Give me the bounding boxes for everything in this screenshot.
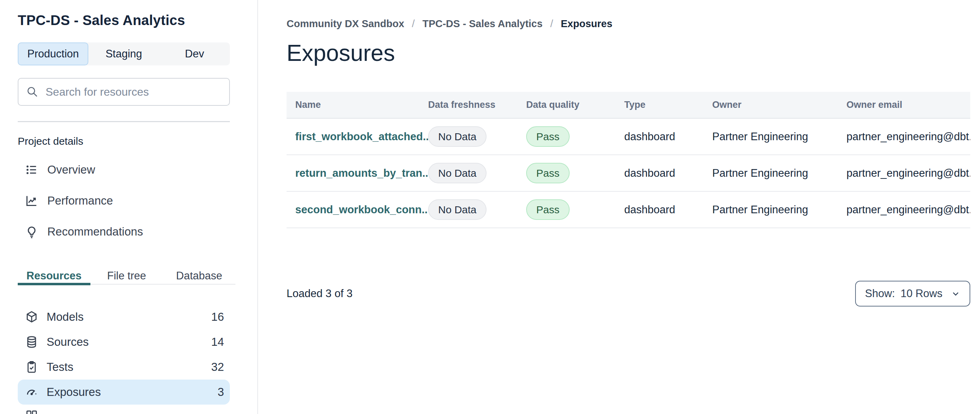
breadcrumb-item-project[interactable]: TPC-DS - Sales Analytics: [423, 18, 542, 30]
sidebar-divider: [18, 121, 230, 122]
exposure-name-link[interactable]: first_workbook_attached...: [295, 131, 428, 143]
column-header-owner: Owner: [712, 99, 846, 110]
project-details-nav: Overview Performance Recommendations: [18, 154, 240, 247]
env-tab-dev[interactable]: Dev: [159, 43, 230, 65]
sidebar-item-label: Overview: [47, 163, 95, 177]
loaded-status: Loaded 3 of 3: [286, 287, 353, 300]
type-cell: dashboard: [624, 204, 712, 216]
tab-database[interactable]: Database: [163, 268, 235, 284]
sidebar-item-label: Models: [46, 310, 83, 323]
table-header-row: Name Data freshness Data quality Type Ow…: [286, 92, 970, 119]
environment-tabs: Production Staging Dev: [18, 43, 230, 65]
sidebar-item-recommendations[interactable]: Recommendations: [18, 216, 240, 247]
quality-cell: Pass: [526, 199, 624, 220]
breadcrumb: Community DX Sandbox / TPC-DS - Sales An…: [286, 18, 970, 30]
breadcrumb-separator: /: [412, 18, 415, 30]
sidebar-item-tests[interactable]: Tests 32: [18, 355, 230, 379]
owner-cell: Partner Engineering: [712, 204, 846, 216]
sidebar-item-overview[interactable]: Overview: [18, 154, 240, 185]
type-cell: dashboard: [624, 131, 712, 143]
show-value: 10 Rows: [900, 287, 942, 300]
resource-list: Models 16 Sources 14: [18, 304, 230, 404]
resource-count: 16: [211, 310, 224, 323]
truncation-ellipsis: ...: [422, 204, 428, 216]
column-header-owner-email: Owner email: [846, 99, 970, 110]
sidebar-item-models[interactable]: Models 16: [18, 304, 230, 330]
rows-per-page-dropdown[interactable]: Show: 10 Rows: [855, 281, 970, 306]
table-row: return_amounts_by_tran... No Data Pass d…: [286, 155, 970, 192]
env-tab-production[interactable]: Production: [18, 43, 88, 65]
quality-cell: Pass: [526, 163, 624, 183]
quality-badge: Pass: [526, 126, 570, 147]
owner-email-cell: partner_engineering@dbt...: [846, 204, 970, 216]
show-label: Show:: [865, 287, 895, 300]
line-chart-icon: [25, 194, 38, 207]
page-title: Exposures: [286, 39, 970, 67]
table-row: first_workbook_attached... No Data Pass …: [286, 119, 970, 155]
sidebar-item-performance[interactable]: Performance: [18, 185, 240, 216]
tab-file-tree[interactable]: File tree: [91, 268, 163, 284]
project-title: TPC-DS - Sales Analytics: [18, 12, 240, 29]
database-icon: [25, 335, 38, 349]
breadcrumb-item-account[interactable]: Community DX Sandbox: [286, 18, 404, 30]
quality-badge: Pass: [526, 199, 570, 220]
freshness-badge: No Data: [428, 199, 487, 220]
column-header-name: Name: [295, 99, 428, 110]
freshness-badge: No Data: [428, 126, 487, 147]
main-content: Community DX Sandbox / TPC-DS - Sales An…: [259, 0, 980, 414]
resource-view-tabs: Resources File tree Database: [18, 268, 235, 285]
sidebar-item-partial[interactable]: [25, 409, 38, 414]
resource-count: 14: [211, 335, 224, 349]
cube-icon: [25, 310, 38, 323]
freshness-cell: No Data: [428, 163, 526, 183]
owner-cell: Partner Engineering: [712, 167, 846, 180]
table-row: second_workbook_conn... No Data Pass das…: [286, 192, 970, 228]
column-header-data-freshness: Data freshness: [428, 99, 526, 110]
quality-badge: Pass: [526, 163, 570, 183]
freshness-badge: No Data: [428, 163, 487, 183]
sidebar-item-exposures[interactable]: Exposures 3: [18, 379, 230, 404]
type-cell: dashboard: [624, 167, 712, 180]
column-header-data-quality: Data quality: [526, 99, 624, 110]
table-footer: Loaded 3 of 3 Show: 10 Rows: [286, 281, 970, 306]
sidebar-item-label: Recommendations: [47, 225, 143, 238]
freshness-cell: No Data: [428, 126, 526, 147]
grid-icon: [25, 409, 38, 414]
exposures-table: Name Data freshness Data quality Type Ow…: [286, 92, 970, 228]
search-icon: [26, 86, 38, 98]
column-header-type: Type: [624, 99, 712, 110]
tab-resources[interactable]: Resources: [18, 268, 91, 284]
project-details-heading: Project details: [18, 135, 240, 148]
clipboard-check-icon: [25, 360, 38, 374]
search-box[interactable]: [18, 78, 230, 106]
quality-cell: Pass: [526, 126, 624, 147]
sidebar-item-label: Performance: [47, 194, 113, 207]
resource-count: 32: [211, 360, 224, 374]
exposure-name-link[interactable]: second_workbook_conn...: [295, 204, 428, 216]
exposure-name-link[interactable]: return_amounts_by_tran...: [295, 167, 428, 180]
owner-email-cell: partner_engineering@dbt...: [846, 131, 970, 143]
sidebar-item-label: Exposures: [46, 385, 101, 399]
owner-cell: Partner Engineering: [712, 131, 846, 143]
breadcrumb-item-exposures: Exposures: [561, 18, 612, 30]
sidebar: TPC-DS - Sales Analytics Production Stag…: [0, 0, 258, 414]
truncation-ellipsis: ...: [423, 131, 428, 143]
resource-count: 3: [218, 385, 224, 399]
search-input[interactable]: [46, 86, 221, 99]
env-tab-staging[interactable]: Staging: [88, 43, 159, 65]
sidebar-item-sources[interactable]: Sources 14: [18, 330, 230, 355]
list-icon: [25, 163, 38, 177]
sidebar-item-label: Sources: [46, 335, 89, 349]
truncation-ellipsis: ...: [422, 167, 428, 179]
chevron-down-icon: [951, 289, 961, 298]
sidebar-item-label: Tests: [46, 360, 73, 374]
owner-email-cell: partner_engineering@dbt...: [846, 167, 970, 180]
lightbulb-icon: [25, 225, 38, 238]
gauge-icon: [25, 385, 38, 399]
breadcrumb-separator: /: [550, 18, 553, 30]
freshness-cell: No Data: [428, 199, 526, 220]
